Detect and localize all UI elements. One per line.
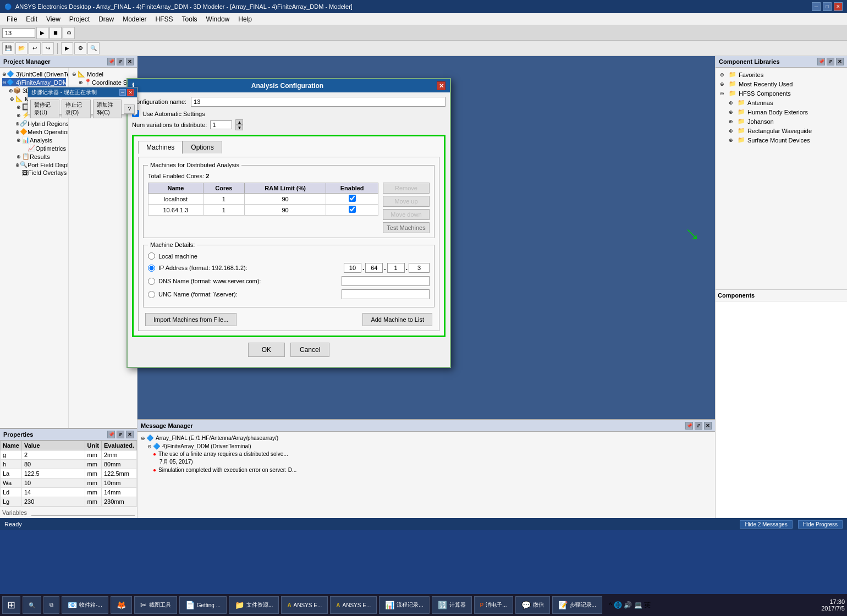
menu-modeler[interactable]: Modeler [118, 14, 151, 24]
hide-progress-btn[interactable]: Hide Progress [798, 520, 843, 529]
tb-analyze[interactable]: ▶ [61, 42, 73, 54]
mm-pin-icon[interactable]: 📌 [685, 422, 693, 430]
unc-name-radio[interactable] [148, 291, 155, 298]
tb-zoom[interactable]: 🔍 [87, 42, 100, 54]
remove-btn[interactable]: Remove [383, 183, 430, 194]
model-tree-model[interactable]: ⊖ 📐 Model [71, 70, 135, 78]
ok-btn[interactable]: OK [248, 343, 285, 357]
prop-close-icon[interactable]: ✕ [126, 431, 134, 438]
tree-item-unitcell[interactable]: ⊕ 🔷 3)UnitCell (DrivenTerminal) [2, 70, 66, 78]
tree-item-overlays[interactable]: 🖼 Field Overlays [2, 169, 66, 177]
tree-item-results[interactable]: ⊕ 📋 Results [2, 152, 66, 161]
tree-item-portfield[interactable]: ⊕ 🔍 Port Field Display [2, 161, 66, 169]
tb-btn-3[interactable]: ⚙ [63, 27, 75, 39]
dns-name-radio[interactable] [148, 278, 155, 285]
comp-most-recently[interactable]: ⊕ 📁 Most Recently Used [718, 79, 845, 89]
comp-antennas[interactable]: ⊕ 📁 Antennas [718, 98, 845, 107]
tab-options[interactable]: Options [183, 141, 222, 153]
sr-add-btn[interactable]: 添加注释(C) [93, 100, 122, 118]
ip-oct1[interactable] [344, 263, 361, 273]
taskbar-firefox[interactable]: 🦊 [111, 596, 132, 614]
ip-oct4[interactable] [409, 263, 430, 273]
comp-johanson[interactable]: ⊕ 📁 Johanson [718, 117, 845, 126]
machine-enabled-0[interactable] [326, 194, 378, 205]
pm-float-icon[interactable]: # [117, 58, 124, 65]
test-machines-btn[interactable]: Test Machines [383, 222, 430, 233]
tree-item-mesh[interactable]: ⊕ 🔶 Mesh Operations [2, 128, 66, 136]
move-down-btn[interactable]: Move down [383, 209, 430, 220]
sr-help-btn[interactable]: ? [124, 105, 135, 114]
taskbar-getting[interactable]: 📄Getting ... [179, 596, 227, 614]
taskbar-ppt[interactable]: P消电子... [474, 596, 513, 614]
cancel-btn[interactable]: Cancel [290, 343, 329, 357]
search-btn[interactable]: 🔍 [23, 596, 41, 614]
tb-redo[interactable]: ↪ [42, 42, 54, 54]
pm-close-icon[interactable]: ✕ [126, 58, 134, 65]
machine-enabled-1[interactable] [326, 205, 378, 216]
tb-open[interactable]: 📂 [15, 42, 28, 54]
tree-item-optimetrics[interactable]: 📈 Optimetrics [2, 144, 66, 152]
tab-machines[interactable]: Machines [138, 141, 183, 154]
taskbar-calc[interactable]: 🔢计算器 [432, 596, 472, 614]
tree-item-finitearray[interactable]: ⊖ 🔷 4)FiniteArray_DDM (DrivenTerminal)* [2, 78, 66, 86]
prop-value-2[interactable] [21, 469, 85, 479]
config-input-top[interactable] [2, 28, 35, 38]
import-machines-btn[interactable]: Import Machines from File... [145, 313, 237, 326]
tree-item-analysis[interactable]: ⊕ 📊 Analysis [2, 136, 66, 144]
ip-oct3[interactable] [387, 263, 405, 273]
pm-pin-icon[interactable]: 📌 [107, 58, 115, 65]
prop-float-icon[interactable]: # [117, 431, 124, 438]
taskbar-flow[interactable]: 📊流程记录... [379, 596, 429, 614]
comp-rect-waveguide[interactable]: ⊕ 📁 Rectangular Waveguide [718, 126, 845, 135]
menu-project[interactable]: Project [65, 14, 94, 24]
taskbar-mail[interactable]: 📧收件箱-... [62, 596, 108, 614]
task-view-btn[interactable]: ⧉ [43, 596, 59, 614]
sr-close[interactable]: ✕ [127, 89, 134, 96]
menu-file[interactable]: File [2, 14, 21, 24]
ip-oct2[interactable] [365, 263, 383, 273]
sr-minimize[interactable]: ─ [119, 89, 126, 96]
prop-pin-icon[interactable]: 📌 [107, 431, 115, 438]
tree-item-hybrid[interactable]: ⊕ 🔗 Hybrid Regions [2, 119, 66, 128]
tb-save[interactable]: 💾 [2, 42, 14, 54]
num-variations-input[interactable] [210, 120, 232, 129]
sr-pause-btn[interactable]: 暂停记录(U) [30, 100, 59, 118]
menu-tools[interactable]: Tools [178, 14, 202, 24]
hide-messages-btn[interactable]: Hide 2 Messages [740, 520, 792, 529]
menu-view[interactable]: View [42, 14, 65, 24]
mm-float-icon[interactable]: # [695, 422, 702, 430]
move-up-btn[interactable]: Move up [383, 196, 430, 207]
taskbar-ansys1[interactable]: AANSYS E... [281, 596, 328, 614]
comp-hfss[interactable]: ⊖ 📁 HFSS Components [718, 89, 845, 98]
model-tree-coord[interactable]: ⊕ 📍 Coordinate Sy... [71, 78, 135, 86]
prop-value-5[interactable] [21, 497, 85, 507]
tb-undo[interactable]: ↩ [29, 42, 41, 54]
menu-edit[interactable]: Edit [21, 14, 42, 24]
taskbar-steps[interactable]: 📝步骤记录... [552, 596, 602, 614]
tb-btn-1[interactable]: ▶ [36, 27, 48, 39]
prop-value-1[interactable] [21, 460, 85, 469]
local-machine-radio[interactable] [148, 252, 155, 260]
menu-hfss[interactable]: HFSS [151, 14, 178, 24]
sr-stop-btn[interactable]: 停止记录(O) [62, 100, 91, 118]
menu-draw[interactable]: Draw [94, 14, 118, 24]
config-name-input[interactable] [191, 97, 446, 107]
prop-value-4[interactable] [21, 488, 85, 497]
cl-float-icon[interactable]: # [827, 58, 834, 65]
restore-btn[interactable]: □ [823, 2, 832, 11]
menu-help[interactable]: Help [234, 14, 256, 24]
comp-favorites[interactable]: ⊕ 📁 Favorites [718, 70, 845, 79]
tb-btn-2[interactable]: ⏹ [50, 27, 62, 39]
dialog-close-btn[interactable]: ✕ [437, 81, 446, 90]
prop-value-0[interactable] [21, 450, 85, 460]
spin-up-btn[interactable]: ▲ [235, 119, 243, 125]
comp-surface-mount[interactable]: ⊕ 📁 Surface Mount Devices [718, 135, 845, 145]
dns-input[interactable] [342, 276, 430, 286]
start-btn[interactable]: ⊞ [2, 596, 20, 614]
mm-close-icon[interactable]: ✕ [704, 422, 712, 430]
comp-human-body[interactable]: ⊕ 📁 Human Body Exteriors [718, 107, 845, 117]
taskbar-files[interactable]: 📁文件资源... [229, 596, 279, 614]
minimize-btn[interactable]: ─ [812, 2, 821, 11]
cl-close-icon[interactable]: ✕ [836, 58, 844, 65]
prop-value-3[interactable] [21, 479, 85, 488]
